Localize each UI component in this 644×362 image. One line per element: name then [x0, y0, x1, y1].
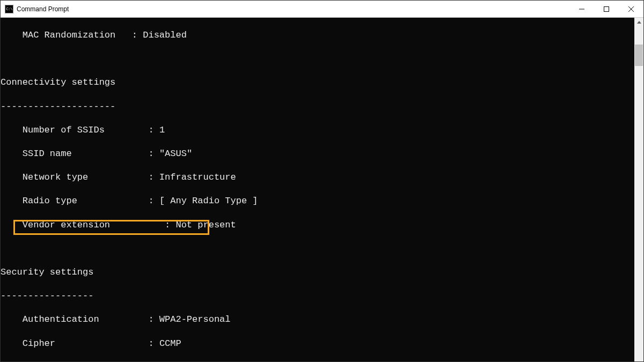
section-header-connectivity: Connectivity settings — [1, 77, 634, 88]
output-blank — [1, 53, 634, 65]
output-line: Authentication : WPA2-Personal — [1, 314, 634, 326]
output-line: SSID name : "ASUS" — [1, 148, 634, 160]
minimize-button[interactable] — [569, 1, 594, 17]
window-controls — [569, 1, 643, 17]
output-line: MAC Randomization : Disabled — [1, 29, 634, 41]
terminal-output[interactable]: MAC Randomization : Disabled Connectivit… — [1, 18, 634, 362]
divider: --------------------- — [1, 101, 634, 113]
output-line: Network type : Infrastructure — [1, 172, 634, 183]
output-line: Vendor extension : Not present — [1, 219, 634, 231]
window-title: Command Prompt — [17, 5, 569, 13]
window-titlebar: C:\ Command Prompt — [1, 1, 643, 18]
close-button[interactable] — [619, 1, 643, 17]
output-line: Radio type : [ Any Radio Type ] — [1, 195, 634, 207]
scrollbar-thumb[interactable] — [635, 45, 643, 66]
output-blank — [1, 243, 634, 255]
scrollbar-vertical[interactable] — [634, 18, 643, 361]
cmd-icon: C:\ — [5, 5, 13, 13]
output-line: Number of SSIDs : 1 — [1, 124, 634, 136]
maximize-button[interactable] — [594, 1, 619, 17]
scrollbar-up-button[interactable] — [634, 18, 643, 27]
output-line: Cipher : CCMP — [1, 338, 634, 350]
section-header-security: Security settings — [1, 267, 634, 278]
svg-rect-1 — [604, 6, 609, 11]
divider: ----------------- — [1, 290, 634, 302]
